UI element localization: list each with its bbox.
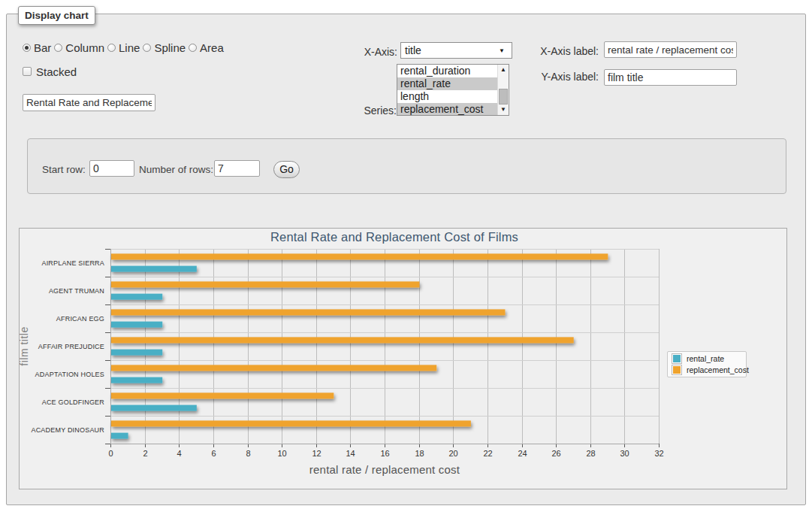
svg-text:6: 6	[211, 449, 216, 458]
svg-text:26: 26	[551, 449, 560, 458]
svg-text:0: 0	[108, 449, 113, 458]
svg-text:ACADEMY DINOSAUR: ACADEMY DINOSAUR	[31, 426, 104, 434]
svg-text:AGENT TRUMAN: AGENT TRUMAN	[49, 287, 104, 295]
series-options: rental_durationrental_ratelengthreplacem…	[397, 65, 509, 116]
legend-label-rental_rate: rental_rate	[687, 354, 724, 363]
scrollbar-down-arrow-icon[interactable]: ▼	[498, 105, 509, 114]
svg-text:32: 32	[654, 449, 663, 458]
radio-label-column: Column	[65, 41, 104, 54]
radio-label-bar: Bar	[34, 41, 51, 54]
legend-swatch-rental_rate	[672, 353, 682, 364]
y-axis-label-label: Y-Axis label:	[529, 71, 599, 83]
svg-text:10: 10	[277, 449, 286, 458]
svg-text:2: 2	[143, 449, 147, 458]
x-axis-selected-value: title	[405, 44, 421, 56]
chart-title-input[interactable]	[23, 94, 155, 111]
svg-text:16: 16	[380, 449, 389, 458]
radio-option-column[interactable]: Column	[54, 41, 104, 54]
svg-text:20: 20	[448, 449, 457, 458]
svg-text:ACE GOLDFINGER: ACE GOLDFINGER	[42, 398, 105, 406]
stacked-checkbox[interactable]	[23, 67, 32, 76]
stacked-option[interactable]: Stacked	[23, 65, 77, 77]
radio-option-line[interactable]: Line	[107, 41, 140, 54]
chart-legend: rental_ratereplacement_cost	[667, 351, 747, 377]
svg-text:ADAPTATION HOLES: ADAPTATION HOLES	[35, 371, 104, 378]
series-option-replacement_cost[interactable]: replacement_cost	[397, 103, 509, 116]
fieldset-legend: Display chart	[18, 6, 95, 25]
rows-panel: Start row: Number of rows: Go	[27, 138, 786, 194]
svg-text:30: 30	[620, 449, 629, 458]
radio-line[interactable]	[107, 44, 116, 52]
svg-text:18: 18	[415, 449, 424, 458]
series-option-length[interactable]: length	[397, 90, 509, 103]
svg-text:Rental Rate and Replacement Co: Rental Rate and Replacement Cost of Film…	[270, 230, 518, 244]
radio-bar[interactable]	[23, 44, 31, 52]
radio-option-spline[interactable]: Spline	[143, 41, 186, 54]
svg-text:28: 28	[586, 449, 595, 458]
radio-label-line: Line	[119, 41, 140, 54]
svg-text:AFRICAN EGG: AFRICAN EGG	[56, 315, 104, 323]
svg-text:22: 22	[483, 449, 492, 458]
start-row-input[interactable]	[89, 160, 134, 177]
legend-label-replacement_cost: replacement_cost	[687, 365, 749, 374]
x-axis-select[interactable]: title ▼	[400, 42, 512, 59]
listbox-scrollbar[interactable]: ▲ ▼	[497, 65, 509, 115]
radio-label-area: Area	[200, 41, 224, 54]
radio-option-bar[interactable]: Bar	[23, 41, 51, 54]
svg-text:film title: film title	[20, 326, 30, 365]
x-axis-label: X-Axis:	[334, 46, 397, 58]
legend-item-rental_rate[interactable]: rental_rate	[672, 353, 746, 364]
series-option-rental_rate[interactable]: rental_rate	[397, 77, 509, 90]
legend-swatch-replacement_cost	[672, 365, 682, 375]
radio-option-area[interactable]: Area	[189, 41, 224, 54]
series-option-rental_duration[interactable]: rental_duration	[397, 65, 509, 77]
y-axis-label-input[interactable]	[604, 69, 737, 86]
x-axis-label-label: X-Axis label:	[529, 45, 599, 57]
series-listbox[interactable]: rental_durationrental_ratelengthreplacem…	[397, 64, 509, 116]
radio-label-spline: Spline	[154, 41, 186, 54]
svg-text:AIRPLANE SIERRA: AIRPLANE SIERRA	[41, 259, 104, 267]
scrollbar-thumb[interactable]	[499, 89, 508, 105]
start-row-label: Start row:	[42, 164, 86, 175]
number-of-rows-label: Number of rows:	[139, 164, 213, 175]
scrollbar-up-arrow-icon[interactable]: ▲	[498, 65, 509, 74]
x-axis-label-input[interactable]	[604, 41, 737, 58]
go-button[interactable]: Go	[273, 161, 300, 178]
radio-spline[interactable]	[143, 44, 151, 52]
radio-area[interactable]	[189, 44, 197, 52]
svg-text:14: 14	[346, 449, 355, 458]
chart-type-radio-group: BarColumnLineSplineArea	[23, 41, 227, 54]
stacked-label: Stacked	[36, 65, 77, 78]
series-label: Series:	[334, 105, 397, 117]
svg-text:12: 12	[312, 449, 321, 458]
number-of-rows-input[interactable]	[214, 160, 260, 177]
svg-text:rental rate / replacement cost: rental rate / replacement cost	[309, 463, 460, 476]
svg-text:24: 24	[518, 449, 527, 458]
select-dropdown-arrow-icon: ▼	[499, 48, 505, 54]
radio-column[interactable]	[54, 44, 62, 52]
legend-item-replacement_cost[interactable]: replacement_cost	[672, 365, 746, 375]
svg-text:4: 4	[177, 449, 181, 458]
svg-text:AFFAIR PREJUDICE: AFFAIR PREJUDICE	[38, 343, 104, 350]
svg-text:8: 8	[246, 449, 250, 458]
